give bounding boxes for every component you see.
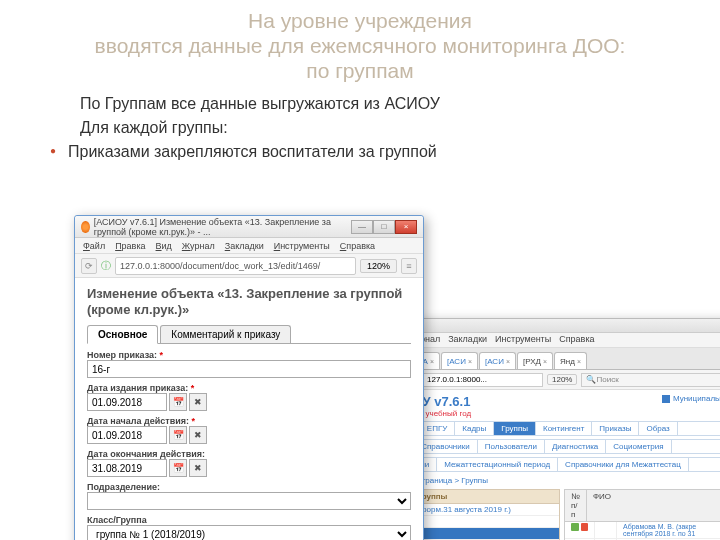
close-button[interactable]: × [395,220,417,234]
org-link[interactable]: Муниципальное дошколь [662,394,720,403]
select-department[interactable] [87,492,411,510]
menu-item[interactable]: Вид [156,241,172,251]
zoom-level[interactable]: 120% [360,259,397,273]
menu-item[interactable]: Журнал [182,241,215,251]
menu-item[interactable]: Справка [559,334,594,346]
nav-item[interactable]: Пользователи [478,440,545,453]
breadcrumb[interactable]: Главная страница > Группы [385,476,720,485]
menu-icon[interactable]: ≡ [401,258,417,274]
select-class[interactable]: группа № 1 (2018/2019) [87,525,411,540]
data-table: № п/п ФИО Абрамова М. В. (закре сентября… [564,489,720,540]
menu-item[interactable]: Закладки [448,334,487,346]
col-num: № п/п [565,490,587,521]
close-icon[interactable]: × [577,358,581,365]
nav-item[interactable]: Контингент [536,422,592,435]
clear-icon[interactable]: ✖ [189,426,207,444]
nav-item-active[interactable]: Группы [494,422,536,435]
close-icon[interactable]: × [506,358,510,365]
titlebar[interactable]: [АСИОУ v7.6.1] Изменение объекта «13. За… [75,216,423,238]
calendar-icon[interactable]: 📅 [169,426,187,444]
titlebar[interactable] [377,319,720,333]
slide-line-1: По Группам все данные выгружаются из АСИ… [80,94,700,115]
menu-item[interactable]: Инструменты [274,241,330,251]
address-bar: ‹ › 120% 🔍 Поиск [377,370,720,390]
browser-window-front: [АСИОУ v7.6.1] Изменение объекта «13. За… [74,215,424,540]
input-start-date[interactable] [87,426,167,444]
browser-tab[interactable]: [АСИ× [441,352,478,369]
firefox-icon [81,221,90,233]
label-order-number: Номер приказа: * [87,350,411,360]
input-issue-date[interactable] [87,393,167,411]
input-end-date[interactable] [87,459,167,477]
zoom-level[interactable]: 120% [547,374,577,385]
nav-primary: Работа с ЕПГУ Кадры Группы Контингент Пр… [385,421,720,436]
col-fio: ФИО [587,490,720,521]
org-icon [662,395,670,403]
tab-comment[interactable]: Комментарий к приказу [160,325,291,343]
lock-icon: ⓘ [101,259,111,273]
menu-item[interactable]: Правка [115,241,145,251]
label-start-date: Дата начала действия: * [87,416,411,426]
menu-item[interactable]: Справка [340,241,375,251]
slide-line-2: Для каждой группы: [80,118,700,139]
label-department: Подразделение: [87,482,411,492]
label-end-date: Дата окончания действия: [87,449,411,459]
nav-item[interactable]: Социометрия [606,440,671,453]
menu-item[interactable]: Закладки [225,241,264,251]
window-title: [АСИОУ v7.6.1] Изменение объекта «13. За… [94,217,351,237]
clear-icon[interactable]: ✖ [189,459,207,477]
calendar-icon[interactable]: 📅 [169,393,187,411]
tab-strip[interactable]: Пис× [А× [АСИ× [АСИ× [РХД× Янд× [377,348,720,370]
slide-bullet-1: Приказами закрепляются воспитатели за гр… [68,143,700,161]
reload-icon[interactable]: ⟳ [81,258,97,274]
label-class: Класс/Группа [87,515,411,525]
browser-tab[interactable]: [АСИ× [479,352,516,369]
nav-item[interactable]: Диагностика [545,440,606,453]
table-row[interactable]: Абрамова М. В. (закре сентября 2018 г. п… [565,522,720,539]
table-header: № п/п ФИО [565,490,720,522]
menu-bar[interactable]: Вид Журнал Закладки Инструменты Справка [377,333,720,348]
browser-tab[interactable]: [РХД× [517,352,553,369]
slide-title: На уровне учреждения вводятся данные для… [20,8,700,84]
nav-secondary: исы Справочники Пользователи Диагностика… [385,439,720,454]
calendar-icon[interactable]: 📅 [169,459,187,477]
close-icon[interactable]: × [468,358,472,365]
url-input[interactable] [423,373,543,387]
browser-tab[interactable]: Янд× [554,352,587,369]
close-icon[interactable]: × [543,358,547,365]
nav-item[interactable]: Приказы [592,422,639,435]
label-issue-date: Дата издания приказа: * [87,383,411,393]
url-input[interactable] [115,257,356,275]
tab-main[interactable]: Основное [87,325,158,344]
menu-item[interactable]: Инструменты [495,334,551,346]
search-input[interactable]: 🔍 Поиск [581,373,720,387]
nav-item[interactable]: Кадры [455,422,494,435]
minimize-button[interactable]: — [351,220,373,234]
edit-icon[interactable] [571,523,579,531]
page-title: Изменение объекта «13. Закрепление за гр… [87,286,411,317]
nav-item[interactable]: Образ [639,422,677,435]
maximize-button[interactable]: □ [373,220,395,234]
close-icon[interactable]: × [430,358,434,365]
clear-icon[interactable]: ✖ [189,393,207,411]
menu-item[interactable]: Файл [83,241,105,251]
nav-item[interactable]: Межаттестационный период [437,458,558,471]
tab-strip: Основное Комментарий к приказу [87,325,411,344]
nav-item[interactable]: Справочники для Межаттестац [558,458,689,471]
delete-icon[interactable] [581,523,589,531]
browser-window-back: Вид Журнал Закладки Инструменты Справка … [376,318,720,540]
input-order-number[interactable] [87,360,411,378]
address-bar: ⟳ ⓘ 120% ≡ [75,254,423,278]
nav-tertiary: ттестации Межаттестационный период Справ… [385,457,720,472]
menu-bar[interactable]: Файл Правка Вид Журнал Закладки Инструме… [75,238,423,254]
